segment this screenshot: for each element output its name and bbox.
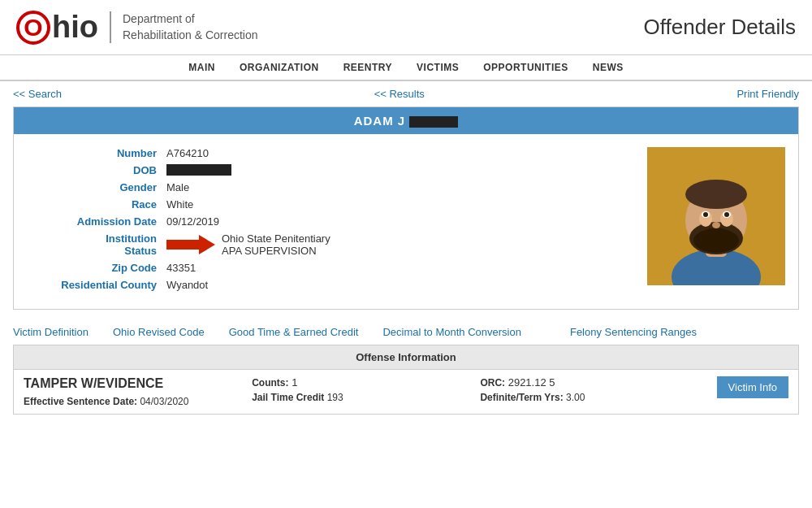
dept-text: Department of Rehabilitation & Correctio… xyxy=(110,11,258,43)
offense-right: ORC: 2921.12 5 Definite/Term Yrs: 3.00 xyxy=(480,376,708,403)
arrow-icon xyxy=(166,233,215,256)
link-good-time[interactable]: Good Time & Earned Credit xyxy=(229,326,359,338)
status-value: APA SUPERVISION xyxy=(222,245,330,257)
race-value: White xyxy=(166,198,193,211)
county-label: Residential County xyxy=(27,279,157,291)
info-row-county: Residential County Wyandot xyxy=(27,279,631,291)
gender-value: Male xyxy=(166,181,189,193)
admission-value: 09/12/2019 xyxy=(166,215,219,228)
race-label: Race xyxy=(27,198,157,211)
victim-info-button[interactable]: Victim Info xyxy=(717,376,788,398)
name-redacted xyxy=(409,116,458,128)
svg-point-12 xyxy=(724,212,729,217)
info-row-number: Number A764210 xyxy=(27,147,631,159)
offender-body: Number A764210 DOB Gender Male Race Whit… xyxy=(14,134,798,309)
offense-jail-time: Jail Time Credit 193 xyxy=(252,392,480,403)
nav-opportunities[interactable]: OPPORTUNITIES xyxy=(483,62,568,73)
offense-effective-date: Effective Sentence Date: 04/03/2020 xyxy=(24,396,252,407)
info-row-dob: DOB xyxy=(27,164,631,176)
institution-status-label: Institution Status xyxy=(27,232,157,257)
photo-svg xyxy=(647,147,785,285)
svg-marker-0 xyxy=(166,235,215,254)
offense-section-header: Offense Information xyxy=(14,345,798,370)
info-row-race: Race White xyxy=(27,198,631,211)
offense-definite-term: Definite/Term Yrs: 3.00 xyxy=(480,392,708,403)
offense-details: TAMPER W/EVIDENCE Effective Sentence Dat… xyxy=(24,376,788,407)
logo-area: O hio Department of Rehabilitation & Cor… xyxy=(16,10,258,45)
info-row-admission: Admission Date 09/12/2019 xyxy=(27,215,631,228)
link-decimal-conversion[interactable]: Decimal to Month Conversion xyxy=(382,326,521,338)
print-friendly-link[interactable]: Print Friendly xyxy=(736,88,799,100)
logo-hio: hio xyxy=(52,10,98,45)
zip-label: Zip Code xyxy=(27,262,157,274)
page-header: O hio Department of Rehabilitation & Cor… xyxy=(0,0,812,55)
offender-header: ADAM J xyxy=(14,107,798,134)
gender-label: Gender xyxy=(27,181,157,193)
offense-left: TAMPER W/EVIDENCE Effective Sentence Dat… xyxy=(24,376,252,407)
offender-info: Number A764210 DOB Gender Male Race Whit… xyxy=(27,147,631,296)
svg-point-5 xyxy=(685,180,747,209)
info-row-institution-status: Institution Status Ohio State Penitentia… xyxy=(27,232,631,257)
dob-label: DOB xyxy=(27,164,157,176)
search-link[interactable]: << Search xyxy=(13,88,62,100)
county-value: Wyandot xyxy=(166,279,208,291)
nav-main[interactable]: MAIN xyxy=(188,62,215,73)
offense-orc: ORC: 2921.12 5 xyxy=(480,376,708,389)
svg-point-16 xyxy=(693,228,739,253)
victim-btn-container: Victim Info xyxy=(709,376,788,398)
institution-value: Ohio State Penitentiary xyxy=(222,232,330,245)
main-nav: MAIN ORGANIZATION REENTRY VICTIMS OPPORT… xyxy=(0,55,812,81)
zip-value: 43351 xyxy=(166,262,196,274)
nav-reentry[interactable]: REENTRY xyxy=(343,62,392,73)
offense-title: TAMPER W/EVIDENCE xyxy=(24,376,252,391)
results-link[interactable]: << Results xyxy=(374,88,425,100)
number-value: A764210 xyxy=(166,147,209,159)
info-row-gender: Gender Male xyxy=(27,181,631,193)
offense-counts: Counts: 1 xyxy=(252,376,480,389)
nav-organization[interactable]: ORGANIZATION xyxy=(240,62,319,73)
ohio-logo: O hio xyxy=(16,10,98,45)
nav-victims[interactable]: VICTIMS xyxy=(417,62,459,73)
number-label: Number xyxy=(27,147,157,159)
offense-middle: Counts: 1 Jail Time Credit 193 xyxy=(252,376,480,403)
svg-point-13 xyxy=(712,222,720,228)
link-ohio-revised-code[interactable]: Ohio Revised Code xyxy=(113,326,205,338)
svg-point-11 xyxy=(703,212,708,217)
breadcrumb-bar: << Search << Results Print Friendly xyxy=(0,81,812,106)
offender-photo xyxy=(647,147,785,285)
info-row-zip: Zip Code 43351 xyxy=(27,262,631,274)
link-felony-sentencing[interactable]: Felony Sentencing Ranges xyxy=(570,326,697,338)
offense-section: Offense Information TAMPER W/EVIDENCE Ef… xyxy=(13,345,799,415)
links-section: Victim Definition Ohio Revised Code Good… xyxy=(0,319,812,345)
offender-card: ADAM J Number A764210 DOB Gender Male Ra… xyxy=(13,106,799,310)
dob-redacted xyxy=(166,164,231,176)
admission-label: Admission Date xyxy=(27,215,157,228)
logo-circle: O xyxy=(16,11,50,45)
offense-row: TAMPER W/EVIDENCE Effective Sentence Dat… xyxy=(14,370,798,414)
nav-news[interactable]: NEWS xyxy=(593,62,624,73)
link-victim-definition[interactable]: Victim Definition xyxy=(13,326,89,338)
logo-o-letter: O xyxy=(24,15,42,40)
page-title: Offender Details xyxy=(644,15,796,40)
